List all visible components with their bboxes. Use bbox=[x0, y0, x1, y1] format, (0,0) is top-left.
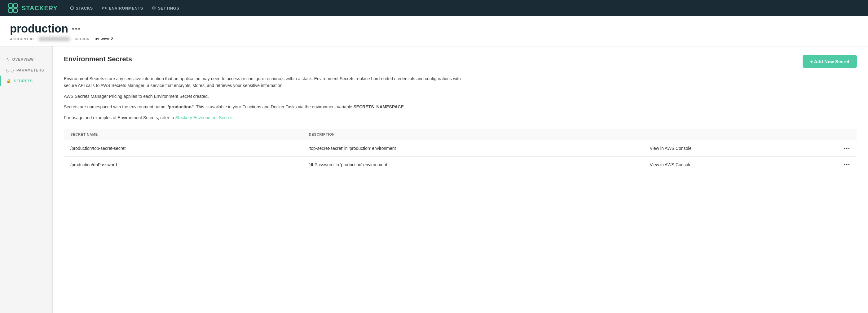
svg-rect-0 bbox=[9, 4, 12, 7]
page-meta: ACCOUNT ID REGION us-west-2 bbox=[10, 37, 858, 41]
page-menu-dots[interactable]: ••• bbox=[72, 25, 81, 33]
nav-stacks[interactable]: ⬡ STACKS bbox=[70, 6, 93, 10]
sidebar-item-overview[interactable]: ∿ OVERVIEW bbox=[0, 54, 52, 65]
region-label: REGION bbox=[75, 37, 90, 41]
nav-stacks-label: STACKS bbox=[75, 6, 93, 10]
desc3-env: '/production/' bbox=[167, 104, 194, 109]
svg-rect-1 bbox=[13, 4, 18, 7]
sidebar-parameters-label: PARAMETERS bbox=[17, 68, 44, 72]
content-header: Environment Secrets + Add New Secret bbox=[64, 55, 857, 68]
table-body: /production/top-secret-secret 'top-secre… bbox=[64, 140, 857, 173]
nav-links: ⬡ STACKS <> ENVIRONMENTS ⚙ SETTINGS bbox=[70, 6, 179, 10]
table-header: SECRET NAME DESCRIPTION bbox=[64, 129, 857, 140]
logo[interactable]: STACKERY bbox=[7, 2, 58, 13]
desc3-post: . bbox=[404, 104, 405, 109]
page-header: production ••• ACCOUNT ID REGION us-west… bbox=[0, 16, 868, 46]
table-row: /production/dbPassword 'dbPassword' in '… bbox=[64, 156, 857, 173]
row-menu-dots-2[interactable]: ••• bbox=[814, 156, 857, 173]
secret-name-1: /production/top-secret-secret bbox=[64, 140, 303, 156]
col-header-description: DESCRIPTION bbox=[303, 129, 644, 140]
description-paragraph-3: Secrets are namespaced with the environm… bbox=[64, 103, 467, 110]
aws-console-link-1[interactable]: View in AWS Console bbox=[644, 140, 814, 156]
top-navigation: STACKERY ⬡ STACKS <> ENVIRONMENTS ⚙ SETT… bbox=[0, 0, 868, 16]
desc4-post: . bbox=[234, 115, 235, 120]
desc3-var: SECRETS_NAMESPACE bbox=[353, 104, 403, 109]
secret-name-2: /production/dbPassword bbox=[64, 156, 303, 173]
sidebar-overview-label: OVERVIEW bbox=[12, 57, 34, 62]
content-title: Environment Secrets bbox=[64, 55, 132, 63]
nav-settings[interactable]: ⚙ SETTINGS bbox=[152, 6, 179, 10]
parameters-icon: {…} bbox=[6, 68, 14, 72]
table-row: /production/top-secret-secret 'top-secre… bbox=[64, 140, 857, 156]
account-id-value bbox=[39, 37, 70, 41]
nav-settings-label: SETTINGS bbox=[158, 6, 179, 10]
col-header-name: SECRET NAME bbox=[64, 129, 303, 140]
settings-icon: ⚙ bbox=[152, 6, 156, 10]
logo-icon bbox=[7, 2, 19, 13]
logo-text: STACKERY bbox=[22, 5, 58, 12]
col-header-link bbox=[644, 129, 814, 140]
aws-console-link-2[interactable]: View in AWS Console bbox=[644, 156, 814, 173]
desc3-mid: . This is available in your Functions an… bbox=[194, 104, 353, 109]
sidebar: ∿ OVERVIEW {…} PARAMETERS 🔒 SECRETS bbox=[0, 46, 53, 313]
desc3-pre: Secrets are namespaced with the environm… bbox=[64, 104, 167, 109]
description-paragraph-2: AWS Secrets Manager Pricing applies to e… bbox=[64, 93, 467, 100]
main-content: Environment Secrets + Add New Secret Env… bbox=[53, 46, 868, 313]
nav-environments[interactable]: <> ENVIRONMENTS bbox=[102, 6, 143, 10]
description-paragraph-4: For usage and examples of Environment Se… bbox=[64, 114, 467, 121]
secrets-table: SECRET NAME DESCRIPTION /production/top-… bbox=[64, 129, 857, 173]
sidebar-item-parameters[interactable]: {…} PARAMETERS bbox=[0, 65, 52, 75]
description-paragraph-1: Environment Secrets store any sensitive … bbox=[64, 75, 467, 89]
content-description: Environment Secrets store any sensitive … bbox=[64, 75, 467, 121]
row-menu-dots-1[interactable]: ••• bbox=[814, 140, 857, 156]
region-value: us-west-2 bbox=[94, 37, 113, 41]
main-layout: ∿ OVERVIEW {…} PARAMETERS 🔒 SECRETS Envi… bbox=[0, 46, 868, 313]
account-id-label: ACCOUNT ID bbox=[10, 37, 34, 41]
sidebar-secrets-label: SECRETS bbox=[14, 79, 33, 83]
stacks-icon: ⬡ bbox=[70, 6, 74, 10]
environments-icon: <> bbox=[102, 6, 107, 10]
svg-rect-3 bbox=[13, 9, 18, 12]
desc4-pre: For usage and examples of Environment Se… bbox=[64, 115, 176, 120]
svg-rect-2 bbox=[9, 9, 12, 12]
overview-icon: ∿ bbox=[6, 57, 10, 62]
sidebar-item-secrets[interactable]: 🔒 SECRETS bbox=[0, 75, 52, 86]
nav-environments-label: ENVIRONMENTS bbox=[109, 6, 143, 10]
stackery-secrets-link[interactable]: Stackery Environment Secrets bbox=[176, 115, 234, 120]
secrets-lock-icon: 🔒 bbox=[6, 79, 11, 83]
col-header-action bbox=[814, 129, 857, 140]
secret-description-1: 'top-secret-secret' in 'production' envi… bbox=[303, 140, 644, 156]
add-new-secret-button[interactable]: + Add New Secret bbox=[803, 55, 857, 68]
secret-description-2: 'dbPassword' in 'production' environment bbox=[303, 156, 644, 173]
page-title: production bbox=[10, 22, 68, 35]
